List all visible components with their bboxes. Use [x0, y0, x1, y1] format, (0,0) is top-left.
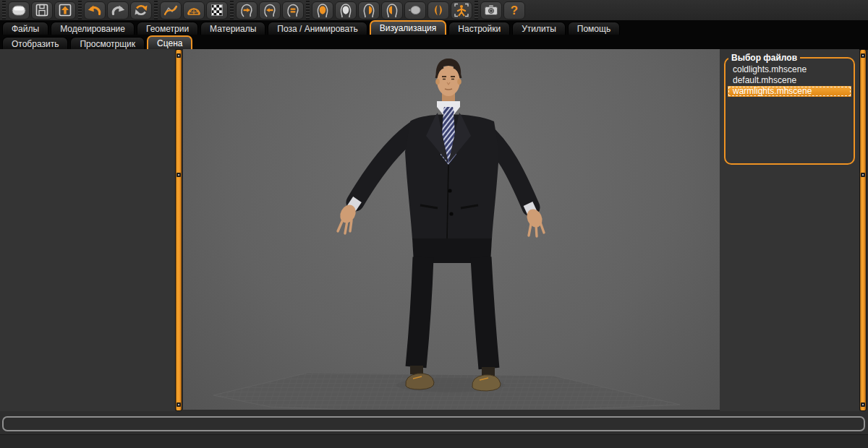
toolbar-separator	[230, 1, 234, 20]
reset-icon	[132, 2, 150, 18]
reset-button[interactable]	[130, 1, 152, 20]
tab-geometries[interactable]: Геометрии	[137, 22, 198, 35]
left-panel-splitter[interactable]	[175, 49, 182, 411]
splitter-grip	[176, 402, 181, 407]
front-view-button[interactable]	[312, 1, 333, 20]
right-profile-view-button[interactable]	[358, 1, 380, 20]
tab-utilities[interactable]: Утилиты	[512, 22, 566, 35]
head-rotate-right-button[interactable]	[236, 1, 258, 20]
head-reset-icon	[284, 2, 302, 18]
smooth-icon	[162, 2, 179, 18]
groupbox-title: Выбор файлов	[728, 53, 800, 63]
right-settings-panel: Выбор файлов coldlights.mhscene default.…	[720, 49, 859, 411]
right-profile-view-icon	[360, 2, 378, 18]
tab-files[interactable]: Файлы	[2, 22, 48, 35]
human-model-render	[183, 49, 720, 410]
undo-button[interactable]	[84, 1, 106, 20]
male-character	[337, 59, 545, 391]
main-toolbar: ?	[0, 0, 868, 20]
load-button[interactable]	[54, 1, 76, 20]
redo-button[interactable]	[107, 1, 129, 20]
head-rotate-right-icon	[238, 2, 255, 18]
left-profile-view-icon	[383, 2, 401, 18]
file-item-warmlights[interactable]: warmlights.mhscene	[728, 86, 851, 97]
progress-bar	[2, 416, 865, 431]
help-button[interactable]: ?	[503, 1, 525, 20]
head-rotate-left-icon	[261, 2, 278, 18]
screengrab-button[interactable]	[480, 1, 502, 20]
splitter-grip	[861, 402, 865, 407]
toolbar-separator	[78, 1, 82, 20]
tab-pose-animate[interactable]: Поза / Анимировать	[268, 22, 367, 35]
splitter-grip	[176, 173, 181, 177]
viewport-3d[interactable]	[183, 49, 720, 410]
save-icon	[33, 2, 51, 18]
splitter-grip	[176, 53, 181, 58]
screengrab-icon	[482, 2, 500, 18]
background-button[interactable]	[206, 1, 228, 20]
right-panel-splitter[interactable]	[859, 49, 867, 411]
toolbar-separator	[2, 1, 6, 20]
toolbar-separator	[306, 1, 310, 20]
side-views-button[interactable]	[427, 1, 449, 20]
top-view-button[interactable]	[404, 1, 426, 20]
head-reset-button[interactable]	[282, 1, 304, 20]
side-views-icon	[430, 2, 447, 18]
wireframe-button[interactable]	[183, 1, 205, 20]
fit-view-button[interactable]	[451, 1, 472, 20]
tab-help[interactable]: Помощь	[568, 22, 620, 35]
save-button[interactable]	[31, 1, 53, 20]
sub-tab-bar: Отобразить Просмотрщик Сцена	[0, 35, 868, 50]
toolbar-separator	[475, 1, 478, 20]
subtab-render[interactable]: Отобразить	[2, 37, 68, 50]
splitter-grip	[861, 53, 865, 58]
background-icon	[208, 2, 226, 18]
main-tab-bar: Файлы Моделирование Геометрии Материалы …	[0, 20, 868, 35]
svg-text:?: ?	[511, 4, 518, 17]
tab-rendering[interactable]: Визуализация	[370, 20, 447, 35]
back-view-button[interactable]	[335, 1, 357, 20]
tab-modelling[interactable]: Моделирование	[51, 22, 135, 35]
splitter-grip	[861, 173, 865, 177]
file-item-default[interactable]: default.mhscene	[728, 75, 851, 86]
subtab-viewer[interactable]: Просмотрщик	[70, 37, 145, 50]
new-button[interactable]	[8, 1, 30, 20]
back-view-icon	[337, 2, 354, 18]
subtab-scene[interactable]: Сцена	[147, 35, 192, 50]
fit-view-icon	[453, 2, 470, 18]
wireframe-icon	[185, 2, 203, 18]
help-icon: ?	[506, 2, 523, 18]
new-icon	[10, 2, 27, 18]
front-view-icon	[314, 2, 331, 18]
tab-settings[interactable]: Настройки	[448, 22, 510, 35]
toolbar-separator	[154, 1, 158, 20]
left-profile-view-button[interactable]	[381, 1, 403, 20]
redo-icon	[109, 2, 127, 18]
head-rotate-left-button[interactable]	[259, 1, 281, 20]
smooth-button[interactable]	[160, 1, 182, 20]
status-bar	[0, 434, 868, 448]
file-chooser-groupbox: Выбор файлов coldlights.mhscene default.…	[724, 53, 855, 165]
load-icon	[56, 2, 74, 18]
top-view-icon	[407, 2, 424, 18]
tab-materials[interactable]: Материалы	[200, 22, 265, 35]
left-task-panel	[0, 49, 175, 411]
file-item-coldlights[interactable]: coldlights.mhscene	[728, 64, 851, 75]
undo-icon	[86, 2, 103, 18]
